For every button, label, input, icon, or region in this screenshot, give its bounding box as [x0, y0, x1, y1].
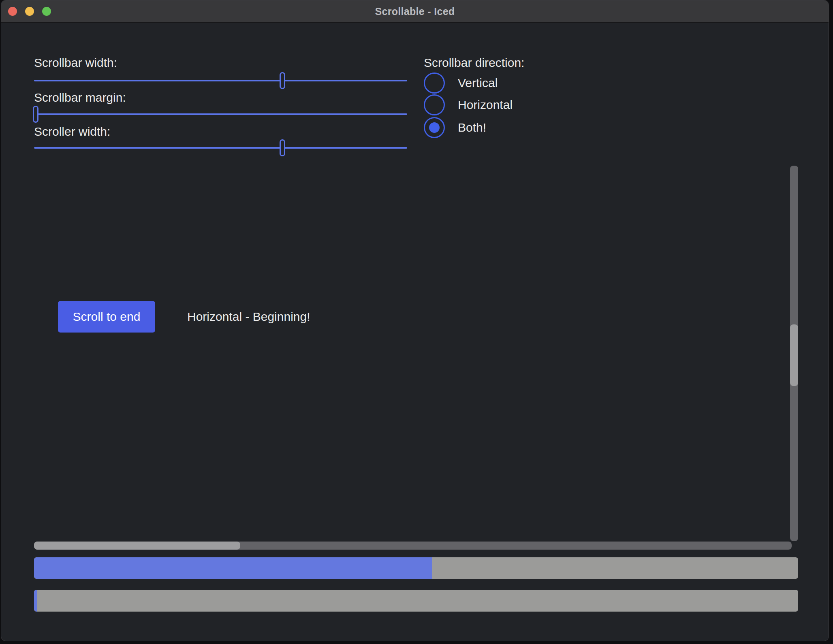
- radio-label-both: Both!: [458, 121, 486, 134]
- radio-option-both[interactable]: Both!: [424, 117, 486, 138]
- scroll-to-end-button[interactable]: Scroll to end: [58, 301, 155, 333]
- scroll-status-text: Horizontal - Beginning!: [187, 301, 310, 333]
- scrollbar-margin-slider[interactable]: [34, 113, 407, 115]
- scrollbar-width-label: Scrollbar width:: [34, 55, 117, 70]
- radio-dot: [429, 122, 440, 133]
- window-title: Scrollable - Iced: [1, 0, 829, 22]
- horizontal-scrollbar-thumb[interactable]: [34, 542, 240, 550]
- vertical-scrollbar-thumb[interactable]: [790, 324, 798, 386]
- scrollbar-margin-label: Scrollbar margin:: [34, 90, 126, 105]
- radio-label-vertical: Vertical: [458, 76, 498, 90]
- scroller-width-label: Scroller width:: [34, 124, 110, 139]
- scrollbar-width-slider-handle[interactable]: [280, 72, 285, 89]
- radio-circle-icon[interactable]: [424, 94, 445, 115]
- radio-option-horizontal[interactable]: Horizontal: [424, 94, 513, 115]
- scroller-width-slider[interactable]: [34, 147, 407, 149]
- horizontal-scrollbar[interactable]: [34, 542, 792, 550]
- scroller-width-slider-handle[interactable]: [280, 139, 285, 156]
- vertical-scrollbar[interactable]: [790, 166, 798, 541]
- progress-bar-y: [34, 590, 798, 612]
- radio-circle-icon[interactable]: [424, 117, 445, 138]
- progress-bar-x: [34, 557, 798, 579]
- radio-option-vertical[interactable]: Vertical: [424, 73, 498, 94]
- progress-bar-y-fill: [34, 590, 37, 612]
- progress-bar-x-fill: [34, 557, 432, 579]
- scrollbar-width-slider[interactable]: [34, 80, 407, 81]
- radio-label-horizontal: Horizontal: [458, 98, 513, 112]
- app-window: Scrollable - Iced Scrollbar width: Scrol…: [1, 0, 829, 641]
- radio-circle-icon[interactable]: [424, 73, 445, 94]
- content-area: Scrollbar width: Scrollbar margin: Scrol…: [1, 22, 829, 641]
- titlebar: Scrollable - Iced: [1, 0, 829, 23]
- scrollbar-direction-label: Scrollbar direction:: [424, 55, 524, 70]
- scrollbar-margin-slider-handle[interactable]: [33, 106, 38, 123]
